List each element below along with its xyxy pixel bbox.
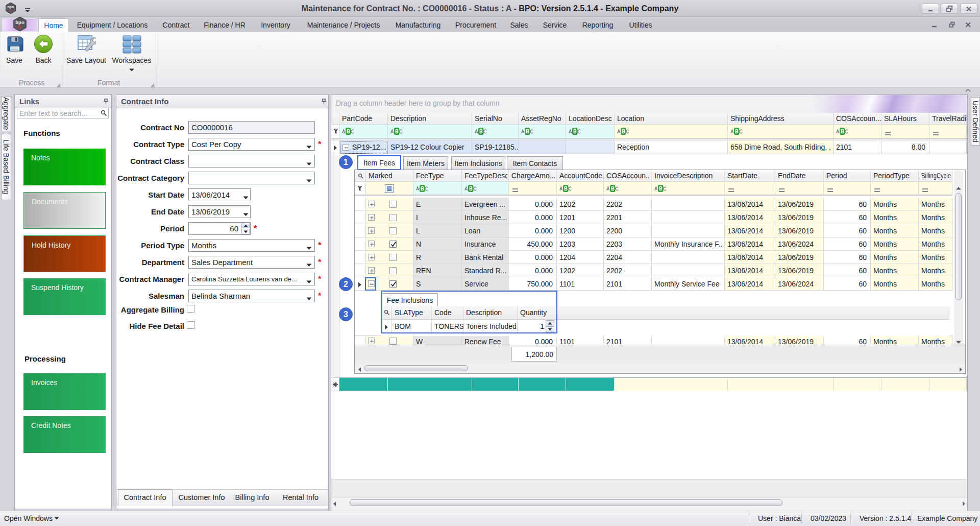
svg-text:bpo: bpo [15,19,24,25]
